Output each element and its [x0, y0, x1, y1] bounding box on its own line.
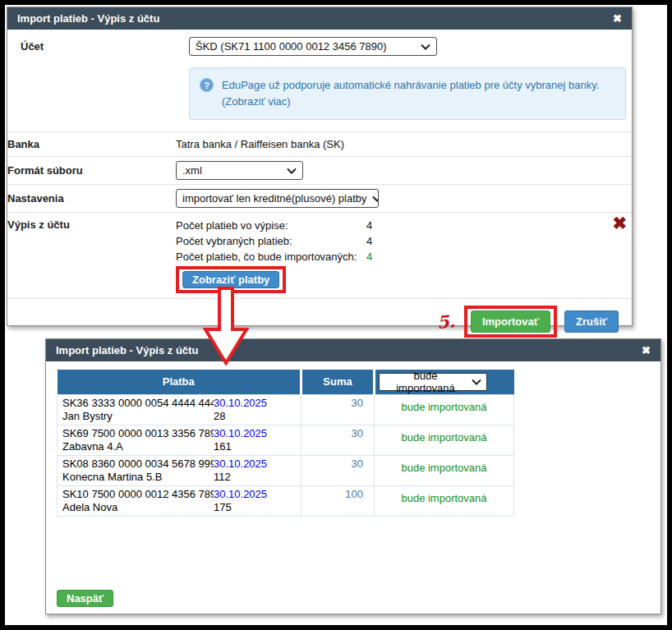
table-row: SK69 7500 0000 0013 3356 7899 Zabavna 4.…: [58, 425, 514, 455]
dialog-titlebar: Import platieb - Výpis z účtu ✖: [46, 339, 660, 361]
chevron-down-icon: [472, 379, 481, 385]
info-box-text-wrap: EduPage už podporuje automatické nahráva…: [222, 77, 599, 110]
import-payments-dialog: Import platieb - Výpis z účtu ✖ Účet ŠKD…: [7, 7, 633, 326]
statement-content: Počet platieb vo výpise: 4 Počet vybraný…: [176, 218, 372, 293]
account-label: Účet: [21, 40, 189, 53]
account-select[interactable]: ŠKD (SK71 1100 0000 0012 3456 7890): [189, 37, 437, 56]
payment-date-link[interactable]: 30.10.2025: [214, 397, 267, 409]
settings-select[interactable]: importovať len kreditné(plusové) platby: [176, 189, 379, 208]
close-icon[interactable]: ✖: [642, 345, 651, 356]
count-label: Počet vybraných platieb:: [176, 233, 366, 249]
payment-date-link[interactable]: 30.10.2025: [214, 458, 267, 470]
account-select-value: ŠKD (SK71 1100 0000 0012 3456 7890): [196, 40, 387, 53]
payment-amount: 30: [301, 455, 375, 485]
count-line: Počet vybraných platieb: 4: [176, 233, 372, 249]
chevron-down-icon: [287, 168, 297, 174]
bank-row: Banka Tatra banka / Raiffeisen banka (SK…: [7, 131, 632, 156]
back-button-wrap: Naspäť: [57, 590, 113, 607]
file-format-row: Formát súboru .xml: [7, 156, 632, 184]
info-text: EduPage už podporuje automatické nahráva…: [222, 79, 599, 91]
status-filter-select[interactable]: bude importovaná: [379, 373, 487, 391]
payment-amount: 100: [301, 485, 375, 516]
table-row: SK08 8360 0000 0034 5678 9999 Konecna Ma…: [58, 455, 514, 485]
payment-vs: 28: [214, 410, 225, 422]
dialog-title: Import platieb - Výpis z účtu: [17, 12, 613, 25]
highlight-box: Importovať: [464, 306, 557, 338]
count-label: Počet platieb vo výpise:: [176, 218, 366, 233]
cancel-button[interactable]: Zrušiť: [564, 310, 619, 333]
account-row: Účet ŠKD (SK71 1100 0000 0012 3456 7890): [21, 33, 619, 61]
file-format-select[interactable]: .xml: [176, 161, 303, 180]
count-value-imported: 4: [366, 249, 372, 264]
dialog-title: Import platieb - Výpis z účtu: [56, 344, 642, 356]
payment-vs: 112: [214, 471, 231, 483]
payment-status: bude importovaná: [375, 394, 514, 425]
step-annotation: 5.: [436, 310, 456, 333]
payment-name: Adela Nova: [62, 501, 117, 513]
payment-status: bude importovaná: [375, 425, 514, 455]
payment-cell: SK36 3333 0000 0054 4444 4444 Jan Bystry…: [58, 394, 301, 425]
info-box: ? EduPage už podporuje automatické nahrá…: [189, 67, 626, 120]
payment-cell: SK69 7500 0000 0013 3356 7899 Zabavna 4.…: [58, 425, 301, 455]
dialog-body: Platba Suma bude importovaná: [46, 361, 660, 615]
payment-iban: SK08 8360 0000 0034 5678 9999: [62, 458, 214, 470]
table-header-row: Platba Suma bude importovaná: [58, 370, 514, 394]
show-more-link[interactable]: (Zobraziť viac): [222, 95, 291, 108]
payment-cell: SK08 8360 0000 0034 5678 9999 Konecna Ma…: [58, 455, 301, 485]
payment-iban: SK69 7500 0000 0013 3356 7899: [62, 427, 214, 439]
close-icon[interactable]: ✖: [613, 13, 622, 24]
payment-name: Konecna Martina 5.B: [62, 471, 162, 483]
bank-label: Banka: [7, 138, 176, 150]
bank-value: Tatra banka / Raiffeisen banka (SK): [176, 138, 344, 150]
payment-name: Jan Bystry: [62, 410, 113, 422]
table-row: SK10 7500 0000 0012 4356 7899 Adela Nova…: [58, 485, 514, 516]
column-header-status: bude importovaná: [375, 370, 514, 394]
file-format-label: Formát súboru: [7, 164, 176, 177]
payment-amount: 30: [301, 394, 375, 425]
status-filter-value: bude importovaná: [384, 370, 467, 394]
count-value: 4: [366, 218, 372, 233]
payment-iban: SK10 7500 0000 0012 4356 7899: [62, 488, 214, 500]
dialog-footer: 5. Importovať Zrušiť: [7, 298, 632, 344]
payment-cell: SK10 7500 0000 0012 4356 7899 Adela Nova…: [58, 485, 301, 516]
dialog-titlebar: Import platieb - Výpis z účtu ✖: [7, 7, 632, 30]
payment-status: bude importovaná: [375, 455, 514, 485]
payment-vs: 175: [214, 501, 232, 513]
settings-row: Nastavenia importovať len kreditné(pluso…: [7, 184, 632, 212]
count-line: Počet platieb, čo bude importovaných: 4: [176, 249, 372, 264]
help-icon: ?: [200, 78, 214, 92]
dialog-body: Účet ŠKD (SK71 1100 0000 0012 3456 7890)…: [7, 30, 632, 344]
column-header-suma: Suma: [301, 370, 375, 394]
back-button[interactable]: Naspäť: [57, 590, 113, 607]
statement-label: Výpis z účtu: [7, 218, 176, 231]
payment-amount: 30: [301, 425, 375, 455]
payments-list-dialog: Import platieb - Výpis z účtu ✖ Platba S…: [45, 338, 661, 614]
payment-status: bude importovaná: [375, 485, 514, 516]
settings-label: Nastavenia: [7, 192, 176, 205]
column-header-platba: Platba: [58, 370, 301, 394]
chevron-down-icon: [421, 44, 430, 50]
payment-iban: SK36 3333 0000 0054 4444 4444: [62, 397, 214, 409]
arrow-down-annotation: [202, 287, 250, 366]
payment-name: Zabavna 4.A: [62, 440, 123, 453]
table-row: SK36 3333 0000 0054 4444 4444 Jan Bystry…: [58, 394, 514, 425]
count-line: Počet platieb vo výpise: 4: [176, 218, 372, 233]
statement-section: Výpis z účtu Počet platieb vo výpise: 4 …: [7, 212, 632, 293]
payment-date-link[interactable]: 30.10.2025: [214, 427, 267, 439]
chevron-down-icon: [372, 195, 379, 202]
payment-date-link[interactable]: 30.10.2025: [214, 488, 267, 500]
show-payments-button[interactable]: Zobraziť platby: [182, 271, 279, 288]
payment-vs: 161: [214, 440, 232, 453]
file-format-value: .xml: [182, 164, 202, 177]
count-label: Počet platieb, čo bude importovaných:: [176, 249, 366, 264]
payments-table: Platba Suma bude importovaná: [57, 370, 514, 517]
delete-statement-icon[interactable]: ✖: [612, 214, 627, 232]
import-button[interactable]: Importovať: [471, 310, 550, 333]
count-value: 4: [366, 233, 372, 249]
settings-value: importovať len kreditné(plusové) platby: [182, 192, 367, 205]
screenshot-frame: Import platieb - Výpis z účtu ✖ Účet ŠKD…: [0, 0, 672, 630]
